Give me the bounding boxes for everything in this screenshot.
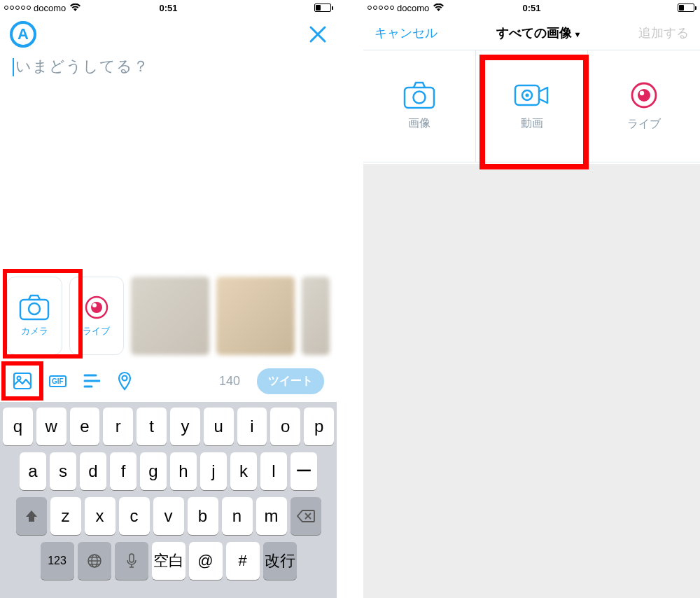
picker-image-tile[interactable]: 画像 <box>363 50 475 162</box>
poll-icon[interactable] <box>83 373 100 389</box>
key-y[interactable]: y <box>170 408 200 445</box>
carrier-label: docomo <box>397 3 429 13</box>
live-label: ライブ <box>83 325 110 338</box>
key-m[interactable]: m <box>256 497 287 535</box>
svg-point-17 <box>638 89 650 102</box>
wifi-icon <box>70 4 80 12</box>
key-o[interactable]: o <box>270 408 300 445</box>
camera-icon <box>403 81 435 109</box>
gif-icon[interactable]: GIF <box>49 375 66 387</box>
close-button[interactable] <box>309 25 327 43</box>
svg-rect-10 <box>130 554 134 562</box>
shift-key[interactable] <box>16 497 47 535</box>
battery-icon <box>314 4 332 12</box>
picker-live-tile[interactable]: ライブ <box>587 50 700 162</box>
at-key[interactable]: @ <box>189 542 223 580</box>
highlight-box <box>479 55 589 169</box>
keyboard-row: a s d f g h j k l ー <box>3 452 334 490</box>
keyboard-row: q w e r t y u i o p <box>3 408 334 445</box>
svg-point-12 <box>413 92 425 104</box>
status-bar: docomo 0:51 <box>363 0 700 15</box>
picker-title-text: すべての画像 <box>496 26 572 40</box>
add-button[interactable]: 追加する <box>638 25 689 41</box>
svg-point-3 <box>91 302 102 313</box>
svg-point-7 <box>122 376 127 381</box>
periscope-icon <box>629 81 659 110</box>
photo-thumbnail[interactable] <box>131 277 209 355</box>
mic-key[interactable] <box>115 542 148 580</box>
media-picker-screen: docomo 0:51 キャンセル すべての画像 ▾ 追加する 画像 動画 <box>363 0 700 598</box>
chevron-down-icon: ▾ <box>573 29 580 39</box>
key-a[interactable]: a <box>20 452 46 490</box>
key-z[interactable]: z <box>50 497 81 535</box>
key-h[interactable]: h <box>170 452 197 490</box>
wifi-icon <box>433 4 444 12</box>
location-icon[interactable] <box>117 371 132 391</box>
compose-header: A <box>0 15 337 53</box>
svg-point-18 <box>640 91 644 95</box>
battery-icon <box>678 4 696 12</box>
picker-live-label: ライブ <box>627 117 661 132</box>
signal-dots-icon <box>4 6 31 10</box>
key-b[interactable]: b <box>188 497 218 535</box>
signal-dots-icon <box>368 6 394 10</box>
photo-thumbnail[interactable] <box>216 277 295 355</box>
status-bar: docomo 0:51 <box>0 0 337 15</box>
carrier-label: docomo <box>34 3 66 13</box>
ios-keyboard: q w e r t y u i o p a s d f g h j k l ー <box>0 402 337 598</box>
picker-image-label: 画像 <box>408 116 430 131</box>
clock: 0:51 <box>159 3 177 13</box>
key-f[interactable]: f <box>110 452 136 490</box>
key-u[interactable]: u <box>204 408 234 445</box>
tweet-placeholder: いまどうしてる？ <box>15 57 149 75</box>
cancel-button[interactable]: キャンセル <box>374 25 438 41</box>
avatar-letter: A <box>18 25 29 43</box>
key-l[interactable]: l <box>260 452 287 490</box>
key-w[interactable]: w <box>36 408 66 445</box>
svg-point-4 <box>92 303 97 307</box>
compose-toolbar: GIF 140 ツイート <box>0 363 337 399</box>
picker-grid-area <box>363 164 700 598</box>
highlight-box <box>3 269 83 359</box>
tweet-input[interactable]: いまどうしてる？ <box>0 53 337 80</box>
clock: 0:51 <box>522 3 540 13</box>
numbers-key[interactable]: 123 <box>41 542 74 580</box>
key-e[interactable]: e <box>70 408 100 445</box>
key-n[interactable]: n <box>222 497 253 535</box>
picker-title[interactable]: すべての画像 ▾ <box>496 25 580 41</box>
key-r[interactable]: r <box>103 408 133 445</box>
key-g[interactable]: g <box>140 452 167 490</box>
key-j[interactable]: j <box>200 452 227 490</box>
picker-header: キャンセル すべての画像 ▾ 追加する <box>363 15 700 50</box>
space-key[interactable]: 空白 <box>152 542 186 580</box>
avatar[interactable]: A <box>10 21 36 48</box>
backspace-key[interactable] <box>290 497 321 535</box>
key-c[interactable]: c <box>119 497 150 535</box>
enter-key[interactable]: 改行 <box>263 542 297 580</box>
key-x[interactable]: x <box>85 497 115 535</box>
highlight-box <box>1 361 43 401</box>
key-dash[interactable]: ー <box>290 452 317 490</box>
text-cursor <box>13 58 14 76</box>
compose-screen: docomo 0:51 A いまどうしてる？ カメラ <box>0 0 337 598</box>
key-q[interactable]: q <box>3 408 33 445</box>
char-count: 140 <box>219 374 240 389</box>
key-k[interactable]: k <box>230 452 257 490</box>
tweet-button[interactable]: ツイート <box>257 368 324 394</box>
globe-key[interactable] <box>78 542 111 580</box>
key-v[interactable]: v <box>153 497 184 535</box>
photo-thumbnail[interactable] <box>302 277 330 355</box>
key-s[interactable]: s <box>50 452 76 490</box>
key-p[interactable]: p <box>304 408 334 445</box>
periscope-icon <box>83 294 110 321</box>
keyboard-row: z x c v b n m <box>3 497 334 535</box>
key-i[interactable]: i <box>237 408 267 445</box>
key-t[interactable]: t <box>136 408 167 445</box>
keyboard-row: 123 空白 @ # 改行 <box>3 542 334 580</box>
key-d[interactable]: d <box>80 452 106 490</box>
hash-key[interactable]: # <box>226 542 260 580</box>
